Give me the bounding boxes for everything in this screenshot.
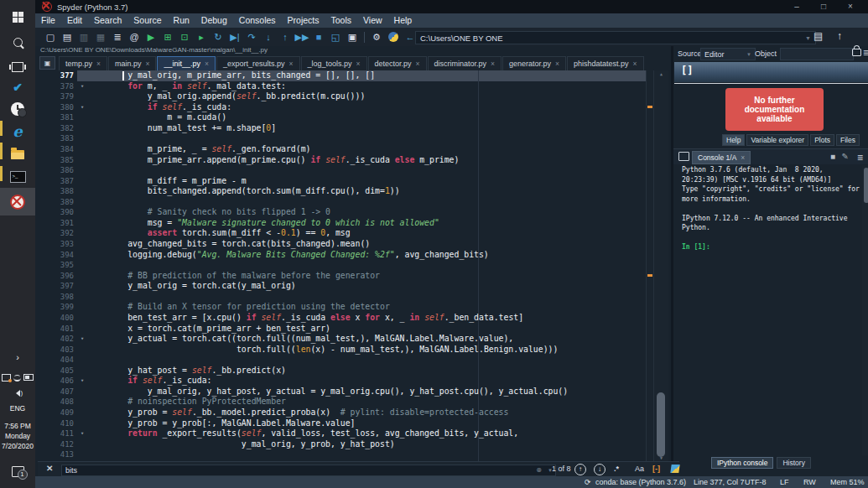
file-tab-discriminator.py[interactable]: discriminator.py× [428,56,502,70]
fold-arrow-icon[interactable]: ▾ [76,428,88,439]
help-options-menu-icon[interactable]: ≡ [863,47,868,59]
pane-tab-plots[interactable]: Plots [810,134,834,146]
ipython-console[interactable]: Python 3.7.6 (default, Jan 8 2020,20:23:… [682,165,862,455]
tray-icons[interactable] [0,371,35,384]
parent-directory-button[interactable]: ↑ [837,30,842,42]
search-input[interactable]: bits ⊗ ▼ [61,465,556,476]
fold-arrow-icon[interactable]: ▾ [76,81,88,92]
menu-source[interactable]: Source [127,13,167,28]
notification-center-button[interactable]: 1 [0,461,35,481]
bottom-tab-ipython-console[interactable]: IPython console [711,457,773,469]
scroll-down-arrow-icon[interactable]: ▼ [654,455,668,460]
debug-step-into-button[interactable]: ↓ [260,29,277,44]
fullscreen-button[interactable]: ▣ [344,29,361,44]
help-source-dropdown[interactable]: Editor▼ [700,48,756,60]
maximize-pane-button[interactable]: ◱ [327,29,344,44]
file-tab-_log_tools.py[interactable]: _log_tools.py× [301,56,367,70]
close-icon[interactable]: × [633,60,637,68]
warning-flag-marker[interactable] [647,106,652,108]
case-sensitive-toggle[interactable]: Aa [635,465,644,473]
python-path-button[interactable] [385,29,402,44]
close-icon[interactable]: × [555,60,559,68]
close-icon[interactable]: × [146,60,150,68]
highlight-matches-icon[interactable] [670,465,679,473]
find-previous-button[interactable]: ↑ [574,464,586,475]
minimize-button[interactable]: – [784,0,809,13]
whole-words-toggle[interactable]: [-] [652,465,660,473]
menu-debug[interactable]: Debug [195,13,233,28]
close-button[interactable]: × [838,0,863,13]
file-tab-phishdatatest.py[interactable]: phishdatatest.py× [567,56,644,70]
file-tab-main.py[interactable]: main.py× [108,56,156,70]
menu-edit[interactable]: Edit [61,13,88,28]
file-tab-__init__.py[interactable]: __init__.py× [157,56,216,70]
file-tab-detector.py[interactable]: detector.py× [368,56,427,70]
console-icon[interactable] [678,152,689,161]
inspect-icon[interactable]: ■ [830,152,835,161]
fold-arrow-icon[interactable]: ▾ [76,376,88,387]
run-cell-button[interactable]: ⊞ [159,29,176,44]
menu-consoles[interactable]: Consoles [233,13,282,28]
console-options-menu-icon[interactable]: ≡ [857,152,863,164]
editor-scrollbar[interactable]: ▲ ▼ [653,70,668,461]
fold-arrow-icon[interactable]: ▾ [76,102,88,113]
bottom-tab-history[interactable]: History [777,457,810,469]
close-icon[interactable]: × [96,60,101,68]
close-icon[interactable]: × [741,153,745,162]
console-scrollbar[interactable] [862,165,868,455]
debug-file-button[interactable]: ▶| [226,29,243,44]
open-file-button[interactable]: ▤ [59,29,75,44]
close-icon[interactable]: × [356,60,361,68]
fold-arrow-icon[interactable]: ▾ [76,334,88,345]
menu-view[interactable]: View [357,13,388,28]
run-file-button[interactable]: ▶ [143,29,159,44]
close-icon[interactable]: × [205,60,209,68]
taskbar-app-alarms[interactable] [0,97,35,121]
lock-icon[interactable] [852,49,861,56]
regex-toggle[interactable]: .* [614,465,619,473]
browse-directory-button[interactable]: ▤ [813,30,823,42]
file-switcher-button[interactable]: ≣ [109,29,126,44]
save-all-button[interactable]: ▦ [92,29,109,44]
close-icon[interactable]: × [491,60,495,68]
menu-search[interactable]: Search [88,13,127,28]
find-next-button[interactable]: ↓ [594,464,606,475]
maximize-button[interactable]: □ [811,0,836,13]
console-scrollbar-thumb[interactable] [864,168,868,203]
file-tab-temp.py[interactable]: temp.py× [59,56,107,70]
close-icon[interactable]: × [289,60,294,68]
new-file-button[interactable]: ▢ [42,29,59,44]
preferences-button[interactable]: ⚙ [368,29,385,44]
debug-step-over-button[interactable]: ↷ [243,29,260,44]
working-directory-input[interactable]: C:\Users\ONE BY ONE ▼ [415,31,816,44]
console-tab[interactable]: Console 1/A× [692,151,751,164]
code-editor[interactable]: 377 y_mal_orig, m_prime_arr, bits_change… [38,70,671,461]
tray-expand-button[interactable]: › [0,350,35,364]
pane-tab-help[interactable]: Help [722,134,745,146]
pane-tab-files[interactable]: Files [836,134,860,146]
taskbar-app-todo[interactable]: ✔ [0,75,35,99]
warning-flag-marker[interactable] [647,274,652,277]
pane-tab-variable-explorer[interactable]: Variable explorer [746,134,808,146]
language-indicator[interactable]: ENG [0,402,35,414]
eraser-icon[interactable]: ✎ [842,152,849,161]
start-button[interactable] [0,5,35,29]
taskbar-app-terminal[interactable]: >_ [0,165,35,189]
file-tab-_export_results.py[interactable]: _export_results.py× [216,56,300,70]
file-tab-generator.py[interactable]: generator.py× [502,56,566,70]
debug-stop-button[interactable]: ■ [310,29,327,44]
taskbar-app-edge[interactable]: e [0,119,35,143]
taskbar-app-explorer[interactable] [0,143,35,166]
taskbar-app-spyder[interactable] [0,188,35,215]
close-icon[interactable]: × [416,60,420,68]
debug-continue-button[interactable]: ▶▶ [294,29,310,44]
help-object-input[interactable] [780,48,854,60]
menu-help[interactable]: Help [388,13,418,28]
menu-tools[interactable]: Tools [325,13,358,28]
find-symbols-button[interactable]: @ [126,29,143,44]
clear-search-icon[interactable]: ⊗ [536,466,542,474]
browse-tabs-button[interactable]: ▣ [39,56,55,70]
taskbar-search-button[interactable] [0,30,35,54]
taskbar-clock[interactable]: 7:56 PM Monday 7/20/2020 [0,419,35,453]
volume-button[interactable] [0,387,35,399]
